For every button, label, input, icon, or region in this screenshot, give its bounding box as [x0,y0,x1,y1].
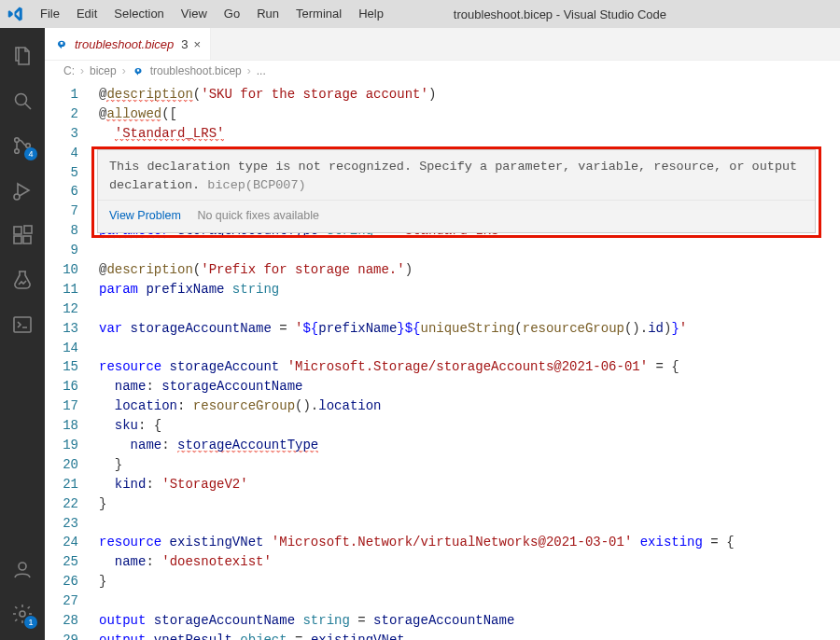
line-number: 6 [45,182,78,202]
svg-line-1 [25,104,31,109]
line-number: 21 [45,475,78,494]
svg-rect-10 [24,226,32,233]
activity-bar: 4 1 [0,28,45,640]
breadcrumb-part[interactable]: troubleshoot.bicep [150,64,242,77]
line-number: 2 [45,104,78,124]
menu-file[interactable]: File [32,0,68,28]
line-number: 11 [45,280,78,299]
line-number-gutter: 1234567891011121314151617181920212223242… [45,81,91,640]
svg-rect-15 [137,69,139,71]
menu-items: File Edit Selection View Go Run Terminal… [32,0,392,28]
line-number: 16 [45,377,78,397]
line-number: 27 [45,591,78,611]
line-number: 22 [45,494,78,514]
tab-close-icon[interactable]: × [193,37,201,51]
line-number: 8 [45,221,78,241]
svg-point-2 [15,138,20,143]
line-number: 23 [45,514,78,534]
svg-point-12 [19,563,26,570]
svg-rect-7 [14,227,21,234]
line-number: 7 [45,202,78,221]
scm-badge: 4 [24,147,37,160]
line-number: 20 [45,455,78,475]
menu-run[interactable]: Run [248,0,287,28]
breadcrumb-part[interactable]: bicep [90,64,117,77]
breadcrumb[interactable]: C: › bicep › troubleshoot.bicep › ... [45,61,840,81]
menu-bar: File Edit Selection View Go Run Terminal… [0,0,840,28]
line-number: 29 [45,631,78,640]
extensions-icon[interactable] [0,215,45,256]
editor-tabs: troubleshoot.bicep 3 × [45,28,840,61]
line-number: 19 [45,436,78,455]
testing-icon[interactable] [0,259,45,300]
breadcrumb-part[interactable]: C: [63,64,75,77]
menu-selection[interactable]: Selection [105,0,172,28]
line-number: 18 [45,416,78,436]
line-number: 12 [45,299,78,319]
menu-edit[interactable]: Edit [68,0,105,28]
tab-problem-count: 3 [181,37,188,51]
line-number: 13 [45,319,78,339]
svg-point-13 [20,611,25,617]
line-number: 26 [45,572,78,591]
line-number: 17 [45,397,78,416]
search-icon[interactable] [0,80,45,121]
line-number: 25 [45,552,78,572]
line-number: 1 [45,85,78,104]
svg-rect-9 [23,236,31,243]
settings-badge: 1 [24,616,37,629]
tab-troubleshoot-bicep[interactable]: troubleshoot.bicep 3 × [45,28,211,60]
window-title: troubleshoot.bicep - Visual Studio Code [392,7,840,21]
run-debug-icon[interactable] [0,170,45,211]
svg-rect-8 [14,236,21,243]
source-control-icon[interactable]: 4 [0,125,45,166]
menu-go[interactable]: Go [216,0,248,28]
svg-point-6 [14,194,20,200]
line-number: 28 [45,611,78,631]
vscode-logo-icon [0,6,32,22]
chevron-right-icon: › [247,64,251,77]
svg-rect-14 [61,42,63,45]
line-number: 9 [45,241,78,260]
breadcrumb-part[interactable]: ... [257,64,266,77]
terminal-panel-icon[interactable] [0,304,45,345]
no-quick-fix-label: No quick fixes available [197,209,319,222]
chevron-right-icon: › [80,64,84,77]
menu-help[interactable]: Help [350,0,392,28]
settings-gear-icon[interactable]: 1 [0,593,45,634]
line-number: 15 [45,357,78,377]
line-number: 5 [45,163,78,183]
svg-point-3 [15,149,20,154]
code-content[interactable]: @description('SKU for the storage accoun… [91,81,840,640]
bicep-file-icon [54,36,69,51]
explorer-icon[interactable] [0,35,45,77]
chevron-right-icon: › [122,64,126,77]
code-editor[interactable]: 1234567891011121314151617181920212223242… [45,81,840,640]
bicep-file-icon [132,64,145,77]
view-problem-link[interactable]: View Problem [109,209,181,222]
problem-hover-popup: This declaration type is not recognized.… [97,149,816,233]
line-number: 10 [45,260,78,280]
svg-rect-11 [14,317,31,332]
line-number: 14 [45,339,78,358]
line-number: 4 [45,144,78,163]
line-number: 3 [45,124,78,144]
svg-point-0 [16,94,27,105]
tab-label: troubleshoot.bicep [75,37,174,51]
menu-view[interactable]: View [173,0,216,28]
menu-terminal[interactable]: Terminal [287,0,350,28]
line-number: 24 [45,533,78,552]
account-icon[interactable] [0,549,45,590]
